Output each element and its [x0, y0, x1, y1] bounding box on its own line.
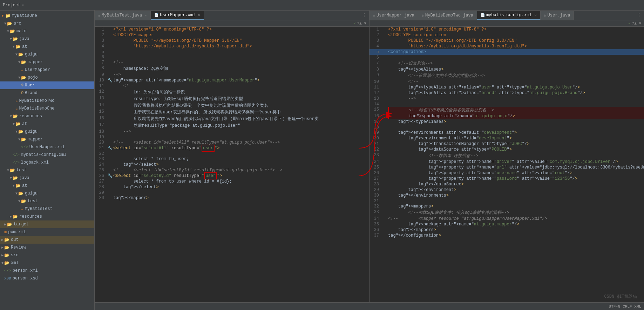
line-content-right[interactable]	[388, 198, 644, 204]
line-content-right[interactable]: tag"></configuration>	[388, 233, 644, 238]
line-content[interactable]: 由于我现在是对user表进行操作的, 所以我就将执行结果保存到一个user类中	[113, 109, 369, 116]
line-content-right[interactable]: tag"><property attr">name="username" att…	[388, 170, 644, 176]
line-content-right[interactable]: tag"><package attr">name="at.guigu.pojo"…	[388, 113, 644, 119]
line-content-right[interactable]: <!--	[388, 79, 644, 85]
tab-user-java-tab[interactable]: ☕User.java	[541, 11, 574, 20]
line-content[interactable]: resultType: 为对应sql语句执行完毕后返回结果的类型	[113, 95, 369, 102]
sidebar-item-review[interactable]: ▶📂Review	[0, 244, 94, 251]
line-content-right[interactable]: tag"><property attr">name="password" att…	[388, 176, 644, 182]
line-content-right[interactable]: tag"></typeAliases>	[388, 119, 644, 125]
line-content-right[interactable]: <!--给包中所有类的全类名设置类型别名-->	[388, 107, 644, 113]
line-content[interactable]	[113, 190, 369, 195]
sidebar-item-usermapper-xml[interactable]: </>UserMapper.xml	[0, 143, 94, 151]
line-content[interactable]: 然后resultType="package at.guigu.pojo.User…	[113, 122, 369, 129]
sidebar-item-at[interactable]: ▼📂at	[0, 43, 94, 51]
sidebar-item-mapper[interactable]: ▼📂mapper	[0, 58, 94, 66]
sidebar-item-usermapper-java[interactable]: ☕UserMapper	[0, 66, 94, 74]
sidebar-item-java-test[interactable]: ▼📂java	[0, 174, 94, 182]
line-content[interactable]: tag"></select>	[113, 162, 369, 167]
line-content-right[interactable]: tag"><package attr">name="at.guigu.mappe…	[388, 222, 644, 227]
line-content-right[interactable]: <!--加载SQL映射文件: 传入sql映射文件的路径-->	[388, 209, 644, 216]
line-content[interactable]: <!DOCTYPE mapper	[113, 32, 369, 38]
line-content-right[interactable]: -->	[388, 96, 644, 101]
line-content-right[interactable]: tag"><typeAlias attr">alias="user" attr"…	[388, 85, 644, 90]
sidebar-item-guigu[interactable]: ▼📂guigu	[0, 51, 94, 58]
sidebar-item-resources[interactable]: ▼📂resources	[0, 112, 94, 120]
sidebar-item-mybatis-config[interactable]: </>mybatis-config.xml	[0, 151, 94, 159]
line-content[interactable]: select * from tb_user where id = #{id};	[113, 179, 369, 184]
line-content-right[interactable]: tag"><environments attr">default="develo…	[388, 130, 644, 136]
line-content-right[interactable]: <?xml version="1.0" encoding="UTF-8" ?>	[388, 27, 644, 32]
line-content[interactable]	[113, 151, 369, 156]
sidebar-item-mapper2[interactable]: ▼📂mapper	[0, 136, 94, 143]
sidebar-item-logback[interactable]: </>logback.xml	[0, 159, 94, 166]
close-icon[interactable]: ✕	[145, 13, 147, 18]
line-content[interactable]	[113, 134, 369, 140]
line-content[interactable]: namespace: 名称空间	[113, 65, 369, 72]
line-content[interactable]: id: 为sql语句的唯一标识	[113, 89, 369, 95]
line-content[interactable]: tag"></select>	[113, 184, 369, 190]
line-content-right[interactable]: tag"></environments>	[388, 193, 644, 198]
line-content[interactable]: <!--	[113, 83, 369, 89]
line-content[interactable]: -->	[113, 72, 369, 78]
line-content[interactable]: 假设我将将其执行的结果封装到一个类中则此时该属性后的值即为全类名	[113, 102, 369, 109]
line-content[interactable]: -->	[113, 129, 369, 134]
close-icon[interactable]: ✕	[535, 13, 537, 17]
line-content[interactable]: "https://mybatis.org/dtd/mybatis-3-mappe…	[113, 44, 369, 49]
line-content-right[interactable]: <!DOCTYPE configuration	[388, 32, 644, 38]
tab-mybatis-config-tab[interactable]: 📄mybatis-config.xml✕	[477, 11, 541, 20]
sidebar-item-person-xsd[interactable]: XSDperson.xsd	[0, 275, 94, 282]
line-content-right[interactable]: tag"><environment attr">id="development"…	[388, 136, 644, 141]
sidebar-item-resources-test[interactable]: ▶📂resources	[0, 213, 94, 220]
sidebar-item-src-root[interactable]: ▶📂src	[0, 251, 94, 259]
line-content-right[interactable]: <!--设置单个类的全类名的类型别名-->	[388, 72, 644, 79]
tab-mybatisdemotwo-tab[interactable]: ☕MyBatisDemoTwo.java	[418, 11, 477, 20]
tab-usermapper-tab[interactable]: 📄UserMapper.xml✕	[151, 11, 204, 20]
line-content[interactable]: 所以就需要先在Maven项目的源代码java文件目录 (即main包下的java…	[113, 116, 369, 122]
line-content[interactable]: tag"><mapper attr">namespace="at.guigu.m…	[113, 78, 369, 83]
sidebar-item-main[interactable]: ▼📂main	[0, 27, 94, 35]
line-content-right[interactable]: tag"></dataSource>	[388, 182, 644, 187]
gutter-icon[interactable]: 🔧	[107, 173, 113, 179]
line-content[interactable]	[113, 54, 369, 60]
sidebar-item-target[interactable]: ▶📂target	[0, 220, 94, 228]
line-content[interactable]: tag"></mapper>	[113, 195, 369, 201]
line-content-right[interactable]: tag"><typeAliases>	[388, 67, 644, 72]
sidebar-item-person-xml[interactable]: </>person.xml	[0, 267, 94, 275]
line-content-right[interactable]: tag"></mappers>	[388, 227, 644, 233]
sidebar-item-mybatisone[interactable]: ▼📁MyBatisOne	[0, 12, 94, 20]
sidebar-item-at2[interactable]: ▼📂at	[0, 120, 94, 128]
sidebar-item-mybatisdemoone[interactable]: ☕MyBatisDemoOne	[0, 105, 94, 112]
gutter-icon[interactable]: 🔧	[107, 145, 113, 151]
gutter-icon[interactable]: 🔧	[107, 78, 113, 83]
sidebar-item-user[interactable]: ©User	[0, 81, 94, 89]
sidebar-item-out[interactable]: ▶📂out	[0, 236, 94, 244]
right-tab-more[interactable]: ⋮	[634, 13, 644, 18]
line-content-right[interactable]: <configuration>	[388, 49, 644, 55]
line-content-right[interactable]: <!--数据库 连接信息-->	[388, 152, 644, 159]
sidebar-item-pom[interactable]: mpom.xml	[0, 228, 94, 236]
line-content[interactable]: select * from tb_user;	[113, 156, 369, 162]
line-content-right[interactable]: tag"><transactionManager attr">type="JDB…	[388, 141, 644, 147]
close-icon[interactable]: ✕	[198, 13, 200, 17]
line-content[interactable]: <select id="selectAll" resultType="user"…	[113, 145, 369, 151]
sidebar-item-xml[interactable]: ▼📂xml	[0, 259, 94, 267]
line-content-right[interactable]: tag"><dataSource attr">type="POOLED">	[388, 147, 644, 152]
line-content-right[interactable]: <!--设置别名-->	[388, 60, 644, 67]
sidebar-item-brand[interactable]: ©Brand	[0, 89, 94, 97]
sidebar-item-java[interactable]: ▼📂java	[0, 35, 94, 43]
line-content-right[interactable]: tag"><typeAlias attr">alias="brand" attr…	[388, 90, 644, 96]
line-content-right[interactable]: <!-- <mapper resource="at/guigu/mapper/U…	[388, 216, 644, 222]
line-content-right[interactable]: tag"><mappers>	[388, 204, 644, 209]
line-content[interactable]: <!--	[113, 60, 369, 65]
project-arrow[interactable]: ▾	[22, 3, 24, 7]
line-content-right[interactable]	[388, 101, 644, 107]
sidebar-item-mybatisdemotwo[interactable]: ☕MyBatisDemoTwo	[0, 97, 94, 105]
sidebar-item-guigu2[interactable]: ▼📂guigu	[0, 128, 94, 136]
line-content[interactable]: <?xml version="1.0" encoding="UTF-8" ?>	[113, 27, 369, 32]
line-content-right[interactable]: tag"><property attr">name="url" attr">va…	[388, 165, 644, 170]
right-code-editor[interactable]: 1<?xml version="1.0" encoding="UTF-8" ?>…	[370, 27, 644, 302]
left-tab-more[interactable]: ⋮	[359, 13, 369, 18]
sidebar-item-at-test[interactable]: ▼📂at	[0, 182, 94, 190]
line-content-right[interactable]	[388, 55, 644, 60]
